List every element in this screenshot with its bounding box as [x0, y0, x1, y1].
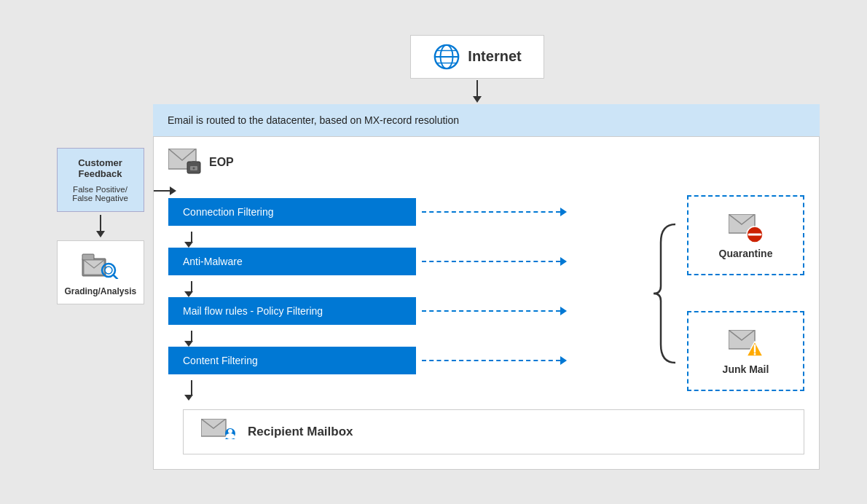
arrow-to-recipient — [168, 380, 648, 401]
customer-feedback-subtitle: False Positive/ False Negative — [65, 185, 136, 202]
arrow-malware-to-policy — [168, 281, 648, 297]
grading-box: Grading/Analysis — [57, 240, 144, 304]
svg-point-25 — [226, 433, 235, 439]
junk-mail-label: Junk Mail — [723, 363, 769, 375]
brace-icon — [654, 221, 679, 366]
right-boxes: Quarantine — [684, 186, 804, 401]
junk-mail-icon — [729, 330, 764, 359]
recipient-icon — [201, 419, 239, 445]
content-filtering-btn[interactable]: Content Filtering — [168, 347, 416, 374]
recipient-mailbox-box: Recipient Mailbox — [183, 409, 804, 454]
filters-column: Connection Filtering — [168, 186, 648, 401]
grading-icon — [81, 248, 120, 279]
svg-point-9 — [105, 267, 112, 274]
curly-brace — [648, 186, 684, 401]
svg-point-21 — [753, 353, 756, 355]
malware-dashed-arrow — [422, 257, 567, 266]
left-column: Customer Feedback False Positive/ False … — [47, 104, 153, 470]
customer-feedback-title: Customer Feedback — [65, 157, 136, 179]
filter-row-connection: Connection Filtering — [168, 198, 648, 226]
svg-point-14 — [193, 167, 195, 169]
content-dashed-arrow — [422, 356, 567, 365]
quarantine-box: Quarantine — [687, 195, 804, 275]
eop-label: EOP — [209, 156, 234, 169]
quarantine-label: Quarantine — [719, 248, 773, 259]
mx-banner: Email is routed to the datacenter, based… — [153, 104, 820, 136]
center-column: Email is routed to the datacenter, based… — [153, 104, 820, 470]
quarantine-icon — [729, 214, 764, 243]
feedback-to-grading-arrow — [96, 215, 105, 237]
arrow-connection-to-malware — [168, 232, 648, 248]
filters-section: Connection Filtering — [168, 186, 804, 401]
grading-label: Grading/Analysis — [65, 286, 136, 296]
internet-arrow — [473, 80, 482, 103]
policy-filtering-btn[interactable]: Mail flow rules - Policy Filtering — [168, 297, 416, 325]
anti-malware-btn[interactable]: Anti-Malware — [168, 248, 416, 275]
eop-header: EOP — [168, 149, 804, 176]
mx-banner-text: Email is routed to the datacenter, based… — [168, 114, 459, 126]
filter-row-malware: Anti-Malware — [168, 248, 648, 275]
svg-rect-6 — [82, 254, 94, 260]
policy-dashed-arrow — [422, 307, 567, 315]
internet-label: Internet — [468, 48, 521, 65]
connection-filtering-btn[interactable]: Connection Filtering — [168, 198, 416, 226]
customer-feedback-box: Customer Feedback False Positive/ False … — [57, 148, 144, 212]
connection-dashed-arrow — [422, 208, 567, 216]
filter-row-content: Content Filtering — [168, 347, 648, 374]
svg-point-24 — [228, 429, 232, 433]
eop-box: EOP Connection Filtering — [153, 136, 820, 470]
arrow-policy-to-content — [168, 331, 648, 347]
filter-row-policy: Mail flow rules - Policy Filtering — [168, 297, 648, 325]
recipient-mailbox-label: Recipient Mailbox — [248, 425, 353, 439]
svg-line-10 — [113, 275, 117, 279]
globe-icon — [433, 43, 460, 71]
internet-box: Internet — [410, 35, 544, 79]
junk-mail-box: Junk Mail — [687, 311, 804, 391]
eop-icon — [168, 149, 202, 176]
